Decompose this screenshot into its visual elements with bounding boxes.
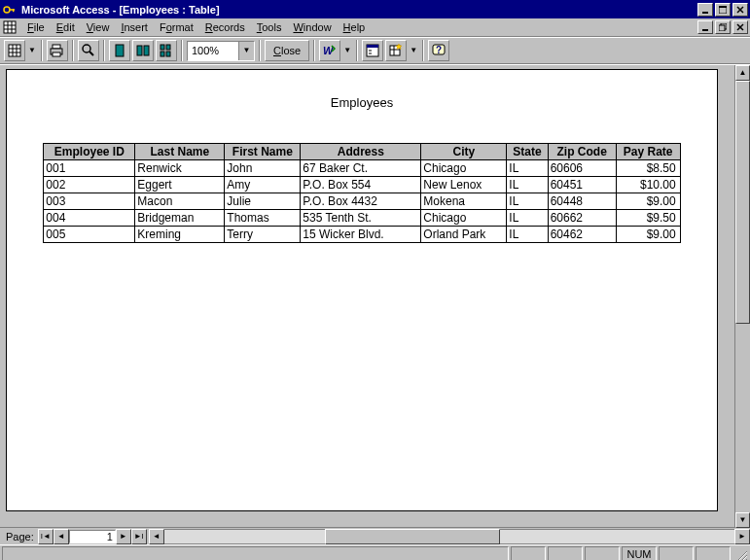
table-cell: 003 xyxy=(44,193,135,210)
mdi-restore-button[interactable] xyxy=(715,20,731,34)
status-cell-6 xyxy=(696,546,731,561)
table-cell: 002 xyxy=(44,177,135,193)
menu-view[interactable]: View xyxy=(81,19,116,35)
table-cell: Thomas xyxy=(225,210,301,227)
paging-bar: Page: I◄ ◄ ► ►I ◄ ► xyxy=(0,527,750,544)
last-page-button[interactable]: ►I xyxy=(131,529,147,544)
hscroll-thumb[interactable] xyxy=(325,529,500,544)
view-dropdown-icon[interactable]: ▼ xyxy=(27,40,37,61)
svg-rect-43 xyxy=(433,45,445,54)
status-cell-2 xyxy=(548,546,583,561)
minimize-button[interactable] xyxy=(697,3,713,17)
menu-records[interactable]: Records xyxy=(199,19,251,35)
database-window-button[interactable] xyxy=(362,40,383,61)
mdi-close-button[interactable] xyxy=(732,20,748,34)
zoom-combo[interactable]: ▼ xyxy=(187,41,255,61)
menu-file[interactable]: File xyxy=(21,19,51,35)
table-cell: Orland Park xyxy=(421,227,507,243)
multiple-pages-button[interactable] xyxy=(156,40,177,61)
mdi-minimize-button[interactable] xyxy=(697,20,713,34)
svg-rect-29 xyxy=(137,46,142,55)
prev-page-button[interactable]: ◄ xyxy=(54,529,69,544)
chevron-left-icon: ◄ xyxy=(153,533,161,541)
table-cell: IL xyxy=(507,177,548,193)
close-label: lose xyxy=(281,45,301,56)
help-button[interactable]: ? xyxy=(428,40,449,61)
title-bar: Microsoft Access - [Employees : Table] xyxy=(0,0,750,18)
two-pages-button[interactable] xyxy=(132,40,154,61)
menu-insert[interactable]: Insert xyxy=(115,19,154,35)
print-button[interactable] xyxy=(47,40,68,61)
table-cell: $9.00 xyxy=(616,227,680,243)
chevron-right-icon: ► xyxy=(738,533,746,541)
close-preview-button[interactable]: Close xyxy=(265,40,309,61)
new-object-dropdown-icon[interactable]: ▼ xyxy=(409,40,418,61)
column-header: State xyxy=(507,144,548,160)
table-cell: IL xyxy=(507,227,548,243)
svg-rect-13 xyxy=(702,29,708,31)
table-row: 004BridgemanThomas535 Tenth St.ChicagoIL… xyxy=(44,210,680,227)
menu-window[interactable]: Window xyxy=(287,19,337,35)
menu-tools[interactable]: Tools xyxy=(251,19,288,35)
horizontal-scrollbar[interactable]: ◄ ► xyxy=(149,529,750,544)
vertical-scrollbar[interactable]: ▲ ▼ xyxy=(734,65,750,528)
table-cell: Bridgeman xyxy=(135,210,225,227)
scroll-down-button[interactable]: ▼ xyxy=(735,512,750,528)
table-cell: Eggert xyxy=(135,177,225,193)
status-bar: NUM xyxy=(0,544,750,560)
column-header: Zip Code xyxy=(548,144,616,160)
table-cell: 005 xyxy=(44,227,135,243)
app-key-icon xyxy=(2,2,18,18)
employees-table: Employee IDLast NameFirst NameAddressCit… xyxy=(43,143,680,243)
close-button[interactable] xyxy=(732,3,748,17)
one-page-button[interactable] xyxy=(109,40,130,61)
scroll-up-button[interactable]: ▲ xyxy=(735,65,750,81)
scroll-left-button[interactable]: ◄ xyxy=(149,529,164,544)
zoom-dropdown-icon[interactable]: ▼ xyxy=(238,42,254,60)
table-cell: $10.00 xyxy=(616,177,680,193)
svg-rect-15 xyxy=(719,25,725,31)
table-cell: $9.50 xyxy=(616,210,680,227)
first-page-button[interactable]: I◄ xyxy=(38,529,54,544)
table-cell: Chicago xyxy=(421,210,507,227)
resize-grip-icon[interactable] xyxy=(732,546,748,561)
table-cell: 004 xyxy=(44,210,135,227)
page-number-input[interactable] xyxy=(69,530,116,543)
datasheet-icon xyxy=(2,19,18,35)
svg-rect-34 xyxy=(166,52,170,56)
officelinks-dropdown-icon[interactable]: ▼ xyxy=(342,40,352,61)
menu-edit[interactable]: Edit xyxy=(51,19,81,35)
svg-rect-40 xyxy=(390,46,400,55)
scroll-thumb[interactable] xyxy=(735,81,750,324)
column-header: First Name xyxy=(225,144,301,160)
chevron-down-icon: ▼ xyxy=(343,47,351,54)
view-button[interactable] xyxy=(4,40,25,61)
zoom-input[interactable] xyxy=(188,43,238,59)
maximize-button[interactable] xyxy=(715,3,731,17)
table-cell: $9.00 xyxy=(616,193,680,210)
table-cell: $8.50 xyxy=(616,160,680,177)
next-page-button[interactable]: ► xyxy=(116,529,131,544)
menu-help[interactable]: Help xyxy=(338,19,372,35)
svg-line-45 xyxy=(737,551,747,561)
officelinks-button[interactable]: W xyxy=(319,40,340,61)
table-cell: John xyxy=(225,160,301,177)
scroll-right-button[interactable]: ► xyxy=(734,529,750,544)
column-header: Last Name xyxy=(135,144,225,160)
svg-rect-38 xyxy=(369,50,372,52)
svg-text:W: W xyxy=(323,45,335,56)
column-header: Pay Rate xyxy=(616,144,680,160)
table-cell: IL xyxy=(507,160,548,177)
new-object-button[interactable] xyxy=(385,40,407,61)
window-title: Microsoft Access - [Employees : Table] xyxy=(21,4,697,16)
svg-rect-37 xyxy=(367,45,378,48)
table-cell: IL xyxy=(507,210,548,227)
table-cell: Macon xyxy=(135,193,225,210)
zoom-tool-button[interactable] xyxy=(78,40,99,61)
svg-point-26 xyxy=(83,45,90,52)
menu-format[interactable]: Format xyxy=(154,19,199,35)
table-cell: 001 xyxy=(44,160,135,177)
table-cell: P.O. Box 554 xyxy=(301,177,421,193)
svg-rect-8 xyxy=(4,21,16,33)
table-cell: 15 Wicker Blvd. xyxy=(301,227,421,243)
